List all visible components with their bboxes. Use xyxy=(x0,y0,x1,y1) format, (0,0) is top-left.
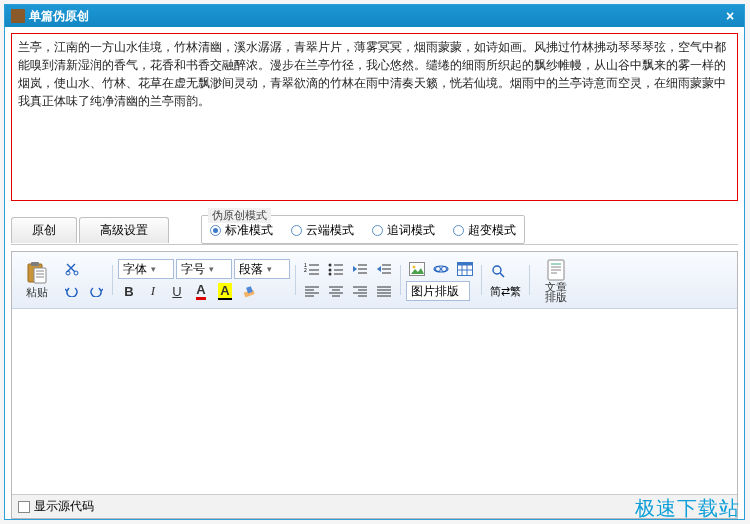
svg-point-47 xyxy=(442,267,447,272)
tab-advanced[interactable]: 高级设置 xyxy=(79,217,169,243)
svg-point-44 xyxy=(413,266,416,269)
svg-point-16 xyxy=(329,269,332,272)
title-text: 单篇伪原创 xyxy=(29,8,89,25)
chevron-down-icon: ▾ xyxy=(209,264,214,274)
list-unordered-button[interactable] xyxy=(325,259,347,279)
font-size-select[interactable]: 字号▾ xyxy=(176,259,232,279)
font-family-select[interactable]: 字体▾ xyxy=(118,259,174,279)
radio-super[interactable]: 超变模式 xyxy=(453,222,516,239)
svg-rect-2 xyxy=(34,268,46,283)
close-button[interactable]: × xyxy=(720,8,740,24)
svg-point-17 xyxy=(329,273,332,276)
editor-body[interactable] xyxy=(12,309,737,494)
app-icon xyxy=(11,9,25,23)
svg-point-53 xyxy=(493,266,501,274)
toolbar-separator xyxy=(400,265,401,295)
list-ordered-button[interactable]: 12 xyxy=(301,259,323,279)
toolbar-separator xyxy=(529,265,530,295)
svg-point-7 xyxy=(74,271,78,275)
svg-rect-49 xyxy=(458,263,473,266)
clear-format-button[interactable] xyxy=(238,281,260,301)
indent-button[interactable] xyxy=(373,259,395,279)
toolbar-separator xyxy=(295,265,296,295)
italic-button[interactable]: I xyxy=(142,281,164,301)
show-source-label: 显示源代码 xyxy=(34,498,94,515)
clipboard-icon xyxy=(23,261,51,285)
find-button[interactable] xyxy=(487,261,509,281)
editor: 粘贴 xyxy=(11,251,738,519)
toolbar-separator xyxy=(481,265,482,295)
radio-label: 标准模式 xyxy=(225,222,273,239)
toolbar-separator xyxy=(112,265,113,295)
chevron-down-icon: ▾ xyxy=(151,264,156,274)
radio-standard[interactable]: 标准模式 xyxy=(210,222,273,239)
select-value: 字号 xyxy=(181,261,205,278)
bold-button[interactable]: B xyxy=(118,281,140,301)
editor-toolbar: 粘贴 xyxy=(12,252,737,309)
select-value: 段落 xyxy=(239,261,263,278)
svg-text:2: 2 xyxy=(304,267,307,273)
editor-footer: 显示源代码 xyxy=(12,494,737,518)
svg-rect-1 xyxy=(31,262,39,266)
align-left-button[interactable] xyxy=(301,281,323,301)
window-title: 单篇伪原创 xyxy=(11,8,89,25)
radio-icon xyxy=(372,225,383,236)
align-center-button[interactable] xyxy=(325,281,347,301)
tab-row: 原创 高级设置 伪原创模式 标准模式 云端模式 追词模式 超变模式 xyxy=(5,215,744,244)
title-bar: 单篇伪原创 × xyxy=(5,5,744,27)
svg-point-15 xyxy=(329,264,332,267)
insert-table-button[interactable] xyxy=(454,259,476,279)
simp-trad-button[interactable]: 简⇄繁 xyxy=(487,283,524,300)
highlight-button[interactable]: A xyxy=(214,281,236,301)
paste-label: 粘贴 xyxy=(26,285,48,300)
align-right-button[interactable] xyxy=(349,281,371,301)
radio-icon xyxy=(453,225,464,236)
app-window: 单篇伪原创 × 兰亭，江南的一方山水佳境，竹林清幽，溪水潺潺，青翠片片，薄雾冥冥… xyxy=(4,4,745,520)
mode-legend: 伪原创模式 xyxy=(208,208,271,223)
document-icon xyxy=(542,258,570,282)
radio-cloud[interactable]: 云端模式 xyxy=(291,222,354,239)
radio-icon xyxy=(291,225,302,236)
svg-line-54 xyxy=(500,273,504,277)
mode-group: 伪原创模式 标准模式 云端模式 追词模式 超变模式 xyxy=(201,215,525,244)
radio-label: 云端模式 xyxy=(306,222,354,239)
align-justify-button[interactable] xyxy=(373,281,395,301)
cut-button[interactable] xyxy=(61,259,83,279)
radio-icon xyxy=(210,225,221,236)
watermark-text: 极速下载站 xyxy=(635,495,740,522)
image-layout-button[interactable]: 图片排版 xyxy=(406,281,470,301)
undo-button[interactable] xyxy=(61,281,83,301)
paste-button[interactable]: 粘贴 xyxy=(16,258,58,303)
svg-point-46 xyxy=(436,267,441,272)
source-panel: 兰亭，江南的一方山水佳境，竹林清幽，溪水潺潺，青翠片片，薄雾冥冥，烟雨蒙蒙，如诗… xyxy=(5,27,744,207)
watermark: 极速下载站 xyxy=(635,495,740,522)
radio-label: 超变模式 xyxy=(468,222,516,239)
underline-button[interactable]: U xyxy=(166,281,188,301)
select-value: 图片排版 xyxy=(411,283,459,300)
radio-label: 追词模式 xyxy=(387,222,435,239)
divider xyxy=(11,244,738,245)
redo-button[interactable] xyxy=(85,281,107,301)
insert-link-button[interactable] xyxy=(430,259,452,279)
insert-image-button[interactable] xyxy=(406,259,428,279)
outdent-button[interactable] xyxy=(349,259,371,279)
show-source-checkbox[interactable] xyxy=(18,501,30,513)
article-layout-label: 文章排版 xyxy=(545,282,567,302)
chevron-down-icon: ▾ xyxy=(267,264,272,274)
radio-query[interactable]: 追词模式 xyxy=(372,222,435,239)
article-layout-button[interactable]: 文章排版 xyxy=(535,255,577,305)
paragraph-select[interactable]: 段落▾ xyxy=(234,259,290,279)
font-color-button[interactable]: A xyxy=(190,281,212,301)
tab-original[interactable]: 原创 xyxy=(11,217,77,243)
source-textarea[interactable]: 兰亭，江南的一方山水佳境，竹林清幽，溪水潺潺，青翠片片，薄雾冥冥，烟雨蒙蒙，如诗… xyxy=(11,33,738,201)
select-value: 字体 xyxy=(123,261,147,278)
